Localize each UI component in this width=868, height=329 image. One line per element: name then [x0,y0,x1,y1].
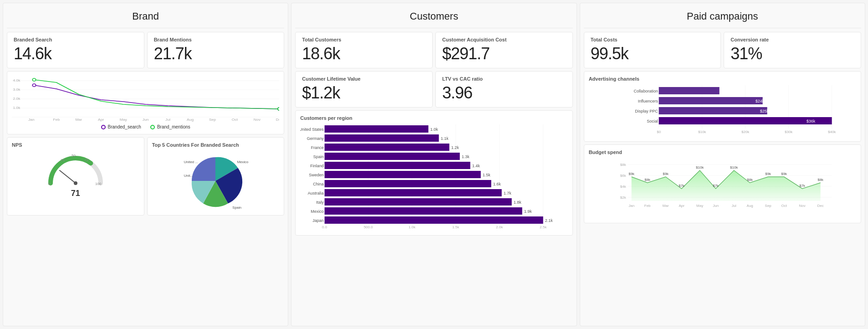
svg-text:$9k: $9k [628,172,635,176]
brand-mentions-card: Brand Mentions 21.7k [147,32,285,68]
svg-text:Nov: Nov [254,118,260,122]
clv-value: $1.2k [302,83,426,103]
pie-area: Mexico Spain Sweden Unit... United ... [152,151,280,211]
svg-rect-48 [325,144,449,151]
nps-title: NPS [12,142,22,148]
nps-gauge: 0 25 50 75 100 [46,151,105,188]
svg-text:500.0: 500.0 [364,225,373,229]
svg-text:$10k: $10k [730,165,738,170]
legend-brand-mentions-dot [150,125,155,129]
svg-text:1.0k: 1.0k [408,225,416,229]
svg-text:Japan: Japan [312,218,324,223]
ad-channels-title: Advertising channels [589,76,856,82]
svg-text:1.3k: 1.3k [462,154,470,159]
svg-text:Italy: Italy [316,200,324,205]
cac-label: Customer Acquisition Cost [442,37,566,42]
conversion-value: 31% [730,44,854,63]
svg-text:$8k: $8k [817,178,824,182]
customers-metrics-row1: Total Customers 18.6k Customer Acquisiti… [295,32,572,68]
total-customers-label: Total Customers [302,37,426,42]
svg-text:Nov: Nov [799,204,805,208]
branded-search-card: Branded Search 14.6k [7,32,144,68]
brand-section: Brand Branded Search 14.6k Brand Mention… [3,3,288,326]
svg-rect-42 [325,125,429,133]
svg-text:Spain: Spain [313,154,324,159]
svg-text:1.7k: 1.7k [504,191,512,195]
svg-text:1.6k: 1.6k [493,182,501,186]
svg-text:1.1k: 1.1k [441,136,449,141]
ad-channels-card: Advertising channels Collaboration $14k … [584,71,861,142]
svg-text:Sweden: Sweden [309,173,324,177]
svg-text:$40k: $40k [828,130,836,134]
svg-rect-72 [325,216,543,224]
svg-text:Collaboration: Collaboration [633,89,658,93]
clv-label: Customer Lifetime Value [302,76,426,82]
svg-rect-63 [325,189,502,196]
region-chart-title: Customers per region [300,115,567,121]
svg-text:$20k: $20k [741,130,750,134]
svg-text:$9k: $9k [781,172,787,176]
brand-bottom-row: NPS 0 25 50 75 100 71 [7,137,284,216]
svg-text:Aug: Aug [187,118,194,122]
customers-section: Customers Total Customers 18.6k Customer… [291,3,577,326]
svg-text:$25k: $25k [760,109,769,113]
svg-point-31 [74,181,77,185]
svg-text:$7k: $7k [713,184,719,188]
svg-text:$24k: $24k [755,99,764,103]
svg-text:Jul: Jul [165,118,170,122]
svg-text:$9k: $9k [663,172,669,176]
svg-text:2.1k: 2.1k [545,218,553,223]
total-costs-card: Total Costs 99.5k [584,32,721,68]
svg-text:3.0k: 3.0k [13,88,20,92]
svg-text:$10k: $10k [698,130,706,134]
svg-rect-66 [325,198,512,206]
svg-text:Spain: Spain [233,206,242,210]
legend-branded-search: Branded_search [101,124,141,129]
svg-text:$30k: $30k [785,130,793,134]
svg-text:Aug: Aug [746,204,753,208]
svg-text:1.5k: 1.5k [483,173,491,177]
nps-value: 71 [71,189,80,198]
svg-text:$36k: $36k [806,119,815,123]
svg-text:1.2k: 1.2k [451,145,460,150]
svg-point-12 [278,108,280,110]
svg-text:France: France [311,145,324,150]
svg-text:Jun: Jun [713,204,719,208]
svg-text:Jun: Jun [143,118,149,122]
svg-text:100: 100 [95,182,102,186]
svg-text:Mar: Mar [75,118,82,122]
svg-text:United States: United States [300,127,324,132]
svg-text:May: May [696,204,703,208]
svg-text:0: 0 [48,182,51,186]
svg-text:1.5k: 1.5k [452,225,460,229]
total-costs-label: Total Costs [591,37,715,42]
svg-text:0.0: 0.0 [322,225,327,229]
svg-text:$7k: $7k [799,184,806,188]
paid-metrics-row: Total Costs 99.5k Conversion rate 31% [584,32,861,68]
top5-title: Top 5 Countries For Branded Search [152,142,280,148]
ltv-value: 3.96 [442,83,566,103]
legend-branded-search-label: Branded_search [108,124,141,129]
svg-text:$8k: $8k [644,178,651,182]
svg-text:Mexico: Mexico [237,160,249,164]
ad-channels-chart: Collaboration $14k Influencers $24k Disp… [589,85,856,135]
svg-text:Australia: Australia [308,191,324,195]
svg-point-9 [32,84,36,87]
budget-area-chart: $8k $6k $4k $2k [589,158,856,217]
brand-metrics-row: Branded Search 14.6k Brand Mentions 21.7… [7,32,284,68]
conversion-card: Conversion rate 31% [724,32,861,68]
conversion-label: Conversion rate [730,37,854,42]
svg-text:$9k: $9k [765,172,771,176]
svg-text:1.0k: 1.0k [13,106,20,110]
svg-text:Jul: Jul [731,204,736,208]
svg-text:Unit...: Unit... [184,174,193,178]
svg-text:$2k: $2k [620,195,626,200]
svg-line-30 [60,170,76,183]
svg-text:Mexico: Mexico [311,209,324,214]
svg-text:Display PPC: Display PPC [635,109,658,113]
svg-rect-54 [325,162,470,169]
svg-text:Dec: Dec [276,118,280,122]
svg-text:Feb: Feb [644,204,650,208]
svg-text:Jan: Jan [28,118,35,122]
svg-text:$14k: $14k [721,89,730,93]
